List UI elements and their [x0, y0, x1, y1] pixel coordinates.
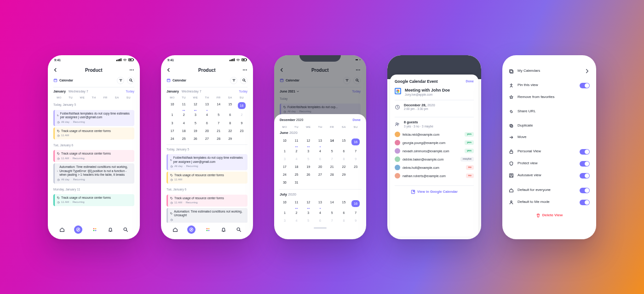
- calendar-day[interactable]: 7: [326, 217, 338, 225]
- option-share-url[interactable]: Share URL: [508, 106, 591, 117]
- calendar-day[interactable]: [350, 171, 362, 179]
- calendar-day[interactable]: [350, 179, 362, 186]
- guest-row[interactable]: nathan.roberts@example.comno: [395, 172, 474, 180]
- event-card[interactable]: Track usage of resource center forms11 A…: [53, 127, 134, 139]
- tab-notifications[interactable]: [107, 226, 114, 233]
- calendar-day[interactable]: 19: [190, 127, 201, 135]
- option-protect-view[interactable]: Protect view: [508, 158, 591, 170]
- calendar-day[interactable]: 12: [190, 100, 201, 111]
- more-icon[interactable]: •••: [243, 68, 247, 72]
- calendar-day[interactable]: 1: [279, 147, 291, 155]
- calendar-day[interactable]: 24: [167, 135, 178, 143]
- calendar-day[interactable]: 23: [236, 127, 247, 135]
- event-card[interactable]: Track usage of resource center forms11 A…: [167, 195, 247, 207]
- calendar-day[interactable]: 9: [350, 155, 362, 163]
- calendar-day[interactable]: 5: [213, 111, 224, 119]
- calendar-day[interactable]: 28: [213, 135, 224, 143]
- calendar-day[interactable]: 31: [291, 179, 303, 186]
- calendar-day[interactable]: 22: [338, 163, 350, 171]
- calendar-day[interactable]: 7: [350, 147, 362, 155]
- calendar-day[interactable]: 8: [224, 119, 236, 127]
- calendar-day[interactable]: 3: [167, 119, 178, 127]
- calendar-day[interactable]: 25: [178, 135, 190, 143]
- tab-notifications[interactable]: [220, 226, 227, 233]
- filter-button[interactable]: [117, 77, 124, 84]
- calendar-day[interactable]: 4: [314, 209, 326, 217]
- calendar-day[interactable]: 15: [338, 137, 350, 147]
- calendar-day[interactable]: 21: [326, 163, 338, 171]
- calendar-day[interactable]: 4: [178, 119, 190, 127]
- calendar-day[interactable]: 24: [279, 171, 291, 179]
- calendar-day[interactable]: 3: [279, 217, 291, 225]
- event-card[interactable]: Automation: Time estimated conditions no…: [167, 208, 247, 223]
- tab-search[interactable]: [236, 226, 242, 233]
- calendar-day[interactable]: 2: [178, 111, 190, 119]
- calendar-day[interactable]: 6: [314, 155, 326, 163]
- delete-view-button[interactable]: Delete View: [508, 208, 591, 219]
- calendar-day[interactable]: 3: [302, 209, 314, 217]
- calendar-day[interactable]: 25: [291, 171, 303, 179]
- calendar-day[interactable]: [326, 179, 338, 186]
- done-button[interactable]: Done: [353, 118, 361, 122]
- guest-row[interactable]: debbie.baker@example.commaybe: [395, 155, 474, 163]
- calendar-day[interactable]: 17: [279, 163, 291, 171]
- calendar-day[interactable]: 20: [314, 163, 326, 171]
- back-icon[interactable]: [167, 68, 171, 72]
- calendar-day[interactable]: [302, 179, 314, 186]
- calendar-day[interactable]: 20: [201, 127, 213, 135]
- calendar-day[interactable]: 27: [314, 171, 326, 179]
- calendar-day[interactable]: 21: [213, 127, 224, 135]
- toggle[interactable]: [580, 83, 590, 88]
- done-button[interactable]: Done: [466, 79, 474, 83]
- toggle[interactable]: [580, 188, 590, 193]
- toggle[interactable]: [580, 161, 590, 167]
- guest-row[interactable]: nevaeh.simmons@example.comyes: [395, 147, 474, 155]
- calendar-day[interactable]: 4: [291, 217, 303, 225]
- calendar-day[interactable]: 10: [279, 198, 291, 209]
- open-external-link[interactable]: View in Google Calendar: [395, 185, 474, 195]
- calendar-day[interactable]: 14: [326, 137, 338, 147]
- toggle[interactable]: [580, 200, 590, 205]
- event-card[interactable]: Folder/list/task templates do not copy t…: [53, 110, 134, 126]
- today-button[interactable]: Today: [126, 89, 134, 93]
- calendar-day[interactable]: 15: [338, 198, 350, 209]
- month-scroll[interactable]: June 20201011121314151612345673456789171…: [279, 130, 362, 225]
- option-my-calendars[interactable]: My Calendars: [508, 65, 591, 77]
- calendar-day[interactable]: 13: [314, 198, 326, 209]
- calendar-day[interactable]: 16: [350, 137, 362, 147]
- month-label[interactable]: January: [167, 89, 179, 93]
- calendar-day[interactable]: 3: [302, 147, 314, 155]
- calendar-day[interactable]: 23: [350, 163, 362, 171]
- calendar-day[interactable]: 15: [224, 100, 236, 111]
- calendar-grid[interactable]: 1011121314151612345623456789171819202122…: [167, 100, 247, 144]
- calendar-day[interactable]: 7: [213, 119, 224, 127]
- calendar-day[interactable]: 27: [201, 135, 213, 143]
- tab-home[interactable]: [172, 226, 178, 233]
- calendar-day[interactable]: 4: [291, 155, 303, 163]
- calendar-day[interactable]: 18: [178, 127, 190, 135]
- calendar-day[interactable]: 12: [302, 137, 314, 147]
- calendar-day[interactable]: 10: [167, 100, 178, 111]
- search-button[interactable]: [127, 77, 134, 84]
- calendar-day[interactable]: 9: [350, 217, 362, 225]
- option-duplicate[interactable]: Duplicate: [508, 120, 591, 132]
- calendar-day[interactable]: 6: [338, 209, 350, 217]
- event-card[interactable]: Folder/list/task templates do not copy t…: [167, 154, 247, 170]
- calendar-day[interactable]: 5: [326, 209, 338, 217]
- option-default-for-everyone[interactable]: Default for everyone: [508, 184, 591, 196]
- view-selector[interactable]: Calendar: [53, 78, 73, 82]
- calendar-day[interactable]: 14: [326, 198, 338, 209]
- option-default-to-me-mode[interactable]: Default to Me mode: [508, 196, 591, 208]
- calendar-day[interactable]: 22: [224, 127, 236, 135]
- calendar-day[interactable]: 11: [291, 137, 303, 147]
- tab-apps[interactable]: [92, 226, 98, 233]
- toggle[interactable]: [580, 149, 590, 155]
- calendar-day[interactable]: 4: [314, 147, 326, 155]
- view-selector[interactable]: Calendar: [167, 78, 186, 82]
- calendar-day[interactable]: 11: [178, 100, 190, 111]
- calendar-day[interactable]: 16: [236, 100, 247, 111]
- month-label[interactable]: January: [53, 89, 66, 93]
- option-autosave-view[interactable]: Autosave view: [508, 170, 591, 182]
- calendar-day[interactable]: 7: [350, 209, 362, 217]
- calendar-day[interactable]: 6: [314, 217, 326, 225]
